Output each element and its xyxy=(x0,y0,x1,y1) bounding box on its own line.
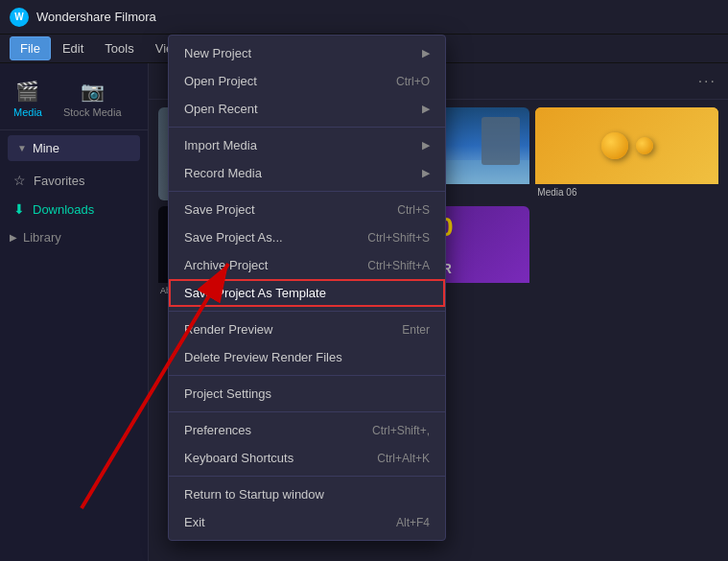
menu-import-media[interactable]: Import Media ▶ xyxy=(169,131,445,159)
menu-new-project[interactable]: New Project ▶ xyxy=(169,39,445,67)
import-media-arrow: ▶ xyxy=(422,139,430,152)
tab-media[interactable]: 🎬 Media xyxy=(4,74,52,124)
menu-tools[interactable]: Tools xyxy=(95,37,143,59)
thumb-orange xyxy=(535,107,718,184)
ball-1 xyxy=(601,132,628,159)
orange-balls-graphic xyxy=(535,107,718,184)
dropdown-menu: New Project ▶ Open Project Ctrl+O Open R… xyxy=(168,35,446,541)
menu-save-as-template[interactable]: Save Project As Template xyxy=(169,279,445,307)
separator-2 xyxy=(169,191,445,192)
render-preview-shortcut: Enter xyxy=(402,323,430,337)
favorites-label: Favorites xyxy=(34,174,84,188)
menu-return-startup[interactable]: Return to Startup window xyxy=(169,480,445,508)
app-logo: W xyxy=(10,8,29,27)
menu-project-settings[interactable]: Project Settings xyxy=(169,380,445,408)
downloads-label: Downloads xyxy=(33,202,94,217)
project-settings-label: Project Settings xyxy=(184,386,271,401)
library-arrow-icon: ▶ xyxy=(10,232,17,243)
menu-file[interactable]: File xyxy=(10,36,51,60)
library-label: Library xyxy=(23,230,61,245)
menu-render-preview[interactable]: Render Preview Enter xyxy=(169,316,445,343)
menu-open-project[interactable]: Open Project Ctrl+O xyxy=(169,67,445,95)
menu-record-media[interactable]: Record Media ▶ xyxy=(169,159,445,187)
sidebar-item-library[interactable]: ▶ Library xyxy=(0,223,148,251)
render-preview-label: Render Preview xyxy=(184,322,273,337)
ball-2 xyxy=(636,137,653,154)
sidebar-mine[interactable]: ▼ Mine xyxy=(8,135,140,161)
list-item[interactable]: Media 06 xyxy=(535,107,718,200)
separator-6 xyxy=(169,476,445,477)
sidebar-item-favorites[interactable]: ☆ Favorites xyxy=(0,166,148,195)
separator-3 xyxy=(169,311,445,312)
record-media-label: Record Media xyxy=(184,166,262,180)
menu-save-project-as[interactable]: Save Project As... Ctrl+Shift+S xyxy=(169,223,445,251)
keyboard-shortcuts-shortcut: Ctrl+Alt+K xyxy=(377,452,430,465)
menu-save-project[interactable]: Save Project Ctrl+S xyxy=(169,196,445,223)
separator-1 xyxy=(169,127,445,128)
file-dropdown: New Project ▶ Open Project Ctrl+O Open R… xyxy=(168,35,446,541)
open-project-shortcut: Ctrl+O xyxy=(396,75,430,88)
menu-delete-preview[interactable]: Delete Preview Render Files xyxy=(169,343,445,371)
sidebar-item-downloads[interactable]: ⬇ Downloads xyxy=(0,195,148,223)
tab-stock-media-label: Stock Media xyxy=(63,106,122,118)
save-project-as-shortcut: Ctrl+Shift+S xyxy=(367,231,430,245)
menu-archive-project[interactable]: Archive Project Ctrl+Shift+A xyxy=(169,251,445,279)
exit-shortcut: Alt+F4 xyxy=(396,516,430,529)
app-name: Wondershare Filmora xyxy=(36,10,156,24)
preferences-shortcut: Ctrl+Shift+, xyxy=(372,424,430,437)
save-project-label: Save Project xyxy=(184,202,255,217)
download-icon: ⬇ xyxy=(13,201,25,217)
tab-media-label: Media xyxy=(13,106,42,118)
exit-label: Exit xyxy=(184,515,205,529)
new-project-arrow: ▶ xyxy=(422,47,430,59)
save-project-as-label: Save Project As... xyxy=(184,230,283,245)
open-recent-label: Open Recent xyxy=(184,102,258,116)
preferences-label: Preferences xyxy=(184,423,251,437)
thumb-media06-label: Media 06 xyxy=(535,184,718,200)
save-project-shortcut: Ctrl+S xyxy=(397,203,430,217)
record-media-arrow: ▶ xyxy=(422,167,430,179)
import-media-label: Import Media xyxy=(184,138,257,152)
separator-4 xyxy=(169,375,445,376)
archive-project-label: Archive Project xyxy=(184,258,268,272)
star-icon: ☆ xyxy=(13,173,26,188)
tab-stock-media[interactable]: 📷 Stock Media xyxy=(54,74,131,124)
menu-preferences[interactable]: Preferences Ctrl+Shift+, xyxy=(169,416,445,444)
separator-5 xyxy=(169,411,445,412)
keyboard-shortcuts-label: Keyboard Shortcuts xyxy=(184,451,294,465)
open-project-label: Open Project xyxy=(184,74,257,88)
menu-keyboard-shortcuts[interactable]: Keyboard Shortcuts Ctrl+Alt+K xyxy=(169,444,445,472)
mine-label: Mine xyxy=(33,141,59,155)
title-bar: W Wondershare Filmora xyxy=(0,0,728,35)
archive-project-shortcut: Ctrl+Shift+A xyxy=(367,259,430,272)
save-as-template-label: Save Project As Template xyxy=(184,286,326,300)
delete-preview-label: Delete Preview Render Files xyxy=(184,350,342,364)
stock-media-icon: 📷 xyxy=(81,80,105,103)
media-icon: 🎬 xyxy=(15,80,39,103)
menu-exit[interactable]: Exit Alt+F4 xyxy=(169,508,445,536)
mine-arrow-icon: ▼ xyxy=(17,143,27,153)
open-recent-arrow: ▶ xyxy=(422,103,430,115)
menu-edit[interactable]: Edit xyxy=(53,37,93,59)
menu-open-recent[interactable]: Open Recent ▶ xyxy=(169,95,445,123)
return-startup-label: Return to Startup window xyxy=(184,487,324,502)
more-button[interactable]: ··· xyxy=(698,73,716,90)
new-project-label: New Project xyxy=(184,46,251,60)
sidebar: 🎬 Media 📷 Stock Media ▼ Mine ☆ Favorites… xyxy=(0,63,149,561)
